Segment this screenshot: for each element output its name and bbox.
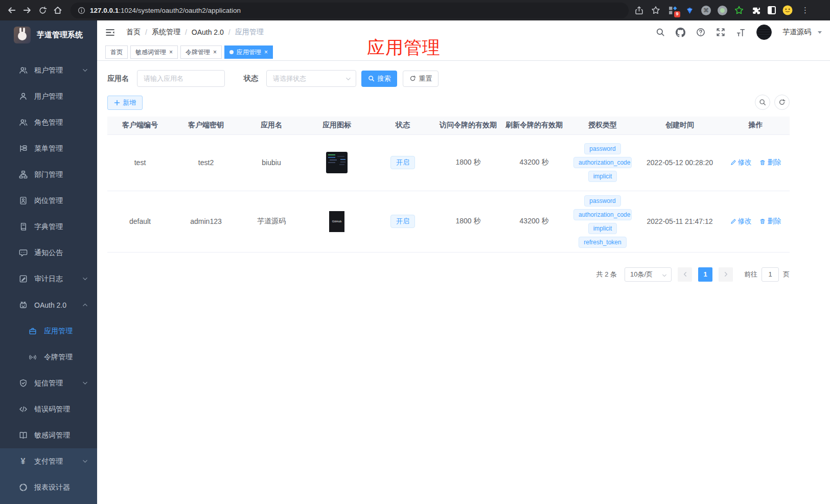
cell-client-id: test	[107, 134, 173, 191]
sidebar-item-audit-log[interactable]: 审计日志	[0, 266, 97, 292]
breadcrumb-home[interactable]: 首页	[126, 28, 141, 37]
menu-fold-icon[interactable]	[105, 28, 115, 37]
sidebar-item-label: 角色管理	[34, 118, 63, 127]
close-icon[interactable]: ×	[169, 49, 173, 55]
profile-avatar-icon[interactable]	[782, 5, 793, 15]
sidebar-item-sensitive-word[interactable]: 敏感词管理	[0, 422, 97, 448]
signal-token-icon	[28, 353, 37, 362]
sidebar-item-menu[interactable]: 菜单管理	[0, 135, 97, 162]
chevron-down-icon	[82, 380, 88, 386]
sidebar-item-role[interactable]: 角色管理	[0, 109, 97, 135]
forward-button[interactable]	[20, 4, 34, 17]
close-icon[interactable]: ×	[264, 49, 268, 55]
status-select[interactable]: 请选择状态	[266, 70, 356, 87]
puzzle-extension-icon[interactable]	[751, 5, 761, 15]
status-badge: 开启	[390, 215, 415, 228]
open-book-icon	[18, 431, 28, 440]
page-number-current[interactable]: 1	[698, 267, 712, 282]
goto-label: 前往	[744, 270, 757, 279]
reset-button[interactable]: 重置	[403, 71, 439, 87]
reload-button[interactable]	[36, 4, 49, 17]
tab-application[interactable]: 应用管理×	[224, 45, 273, 59]
navbar-actions: 芋道源码	[656, 25, 822, 40]
top-navbar: 首页 / 系统管理 / OAuth 2.0 / 应用管理 芋道源码	[97, 20, 830, 44]
report-designer-icon	[18, 483, 28, 492]
user-avatar[interactable]	[756, 25, 772, 40]
tab-home[interactable]: 首页	[105, 45, 128, 59]
extension-grid-icon[interactable]: 9	[667, 5, 678, 15]
add-button[interactable]: 新增	[107, 96, 143, 110]
main-panel: 应用管理 首页 / 系统管理 / OAuth 2.0 / 应用管理	[97, 20, 830, 504]
sidebar-item-errcode[interactable]: 错误码管理	[0, 396, 97, 422]
grant-type-tag: refresh_token	[579, 237, 626, 248]
back-button[interactable]	[5, 4, 18, 17]
share-icon[interactable]	[634, 5, 644, 15]
column-header: 客户端编号	[107, 117, 173, 134]
github-icon[interactable]	[676, 28, 685, 37]
app-name-input[interactable]	[137, 70, 225, 87]
sidebar-item-tenant[interactable]: 租户管理	[0, 57, 97, 83]
search-button[interactable]: 搜索	[361, 71, 397, 87]
home-button[interactable]	[51, 4, 64, 17]
close-icon[interactable]: ×	[213, 49, 217, 55]
gem-extension-icon[interactable]	[684, 5, 695, 15]
sidebar-item-sms[interactable]: 短信管理	[0, 370, 97, 396]
sidebar-item-oauth2-token[interactable]: 令牌管理	[0, 344, 97, 370]
chrome-menu-icon[interactable]: ⋮	[801, 6, 809, 15]
chevron-up-icon	[82, 302, 88, 308]
cell-app-name: 芋道源码	[239, 191, 304, 252]
sidebar-item-label: 用户管理	[34, 92, 63, 101]
show-search-button[interactable]	[755, 95, 770, 110]
sidebar-item-label: 报表设计器	[34, 483, 70, 492]
refresh-table-button[interactable]	[774, 95, 790, 110]
grant-type-tags: password authorization_code implicit	[569, 143, 636, 182]
sidebar-item-report-designer[interactable]: 报表设计器	[0, 474, 97, 500]
sidebar-item-label: 短信管理	[34, 379, 63, 388]
star-extension-icon[interactable]	[734, 5, 744, 15]
sidebar-item-label: 菜单管理	[34, 144, 63, 153]
sidebar-item-user[interactable]: 用户管理	[0, 83, 97, 109]
font-size-icon[interactable]	[736, 28, 746, 37]
record-extension-icon[interactable]	[718, 6, 727, 15]
edit-button[interactable]: 修改	[730, 158, 752, 167]
help-icon[interactable]	[696, 28, 705, 37]
prev-page-button[interactable]	[678, 267, 692, 282]
command-extension-icon[interactable]: ⌘	[701, 6, 711, 15]
sidebar-item-post[interactable]: 岗位管理	[0, 188, 97, 214]
sidebar-logo[interactable]: 芋道管理系统	[0, 20, 97, 49]
breadcrumb-oauth2[interactable]: OAuth 2.0	[192, 28, 224, 36]
breadcrumb-system[interactable]: 系统管理	[152, 28, 180, 37]
tab-token[interactable]: 令牌管理×	[180, 45, 222, 59]
sidebar-item-oauth2[interactable]: OAuth 2.0	[0, 292, 97, 318]
delete-button[interactable]: 删除	[759, 158, 781, 167]
code-icon	[18, 405, 28, 414]
sidebar-item-pay[interactable]: ¥ 支付管理	[0, 448, 97, 474]
menu-tree-icon	[18, 144, 28, 153]
fullscreen-icon[interactable]	[716, 28, 725, 37]
next-page-button[interactable]	[719, 267, 733, 282]
briefcase-icon	[28, 327, 37, 336]
sidebar-item-dict[interactable]: 字典管理	[0, 214, 97, 240]
column-header: 应用名	[239, 117, 304, 134]
username[interactable]: 芋道源码	[782, 28, 811, 37]
page-unit-label: 页	[783, 270, 790, 279]
sidebar-item-notice[interactable]: 通知公告	[0, 240, 97, 266]
sidebar-item-oauth2-application[interactable]: 应用管理	[0, 318, 97, 344]
goto-page-input[interactable]	[762, 267, 779, 282]
sidebar-item-label: 令牌管理	[44, 353, 73, 362]
bookmark-star-icon[interactable]	[651, 5, 661, 15]
caret-down-icon[interactable]	[818, 31, 822, 34]
sidebar-item-label: 字典管理	[34, 222, 63, 232]
tab-sensitive-word[interactable]: 敏感词管理×	[130, 45, 178, 59]
sidebar-item-label: 通知公告	[34, 248, 63, 258]
page-size-select[interactable]: 10条/页	[625, 267, 672, 282]
side-panel-icon[interactable]	[768, 6, 776, 14]
search-icon[interactable]	[656, 28, 665, 37]
edit-button[interactable]: 修改	[730, 217, 752, 226]
sidebar-item-dept[interactable]: 部门管理	[0, 162, 97, 188]
table-toolbar: 新增	[107, 87, 790, 110]
site-info-icon[interactable]	[78, 7, 85, 14]
sidebar-bottom-section: ¥ 支付管理 报表设计器	[0, 448, 97, 504]
delete-button[interactable]: 删除	[759, 217, 781, 226]
address-bar[interactable]: 127.0.0.1:1024/system/oauth2/oauth2/appl…	[71, 3, 629, 18]
